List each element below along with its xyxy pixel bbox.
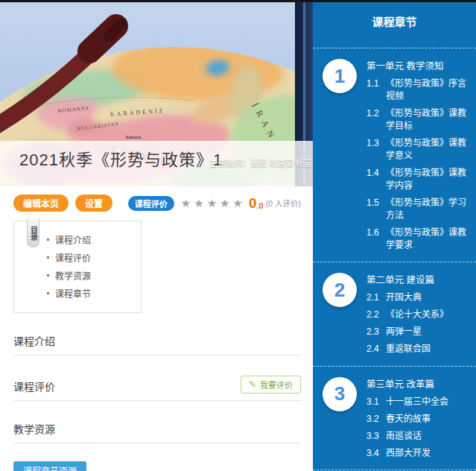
chapter-link[interactable]: 1.6《形势与政策》课教学要求 [366, 227, 467, 252]
unit-title[interactable]: 第一单元 教学须知 [366, 58, 467, 72]
toc-item-review[interactable]: 课程评价 [47, 251, 136, 264]
unit-block-1: 1 第一单元 教学须知 1.1《形势与政策》序言视频 1.2《形势与政策》课教学… [313, 58, 476, 252]
toc-box: 目录 课程介绍 课程评价 教学资源 课程章节 [13, 221, 142, 313]
unit-title[interactable]: 第二单元 建设篇 [366, 272, 467, 286]
chapter-resources-button[interactable]: 课程章节资源 [13, 461, 86, 471]
toc-item-resources[interactable]: 教学资源 [47, 269, 136, 282]
section-resources: 教学资源 [13, 421, 301, 443]
chapter-link[interactable]: 2.2《论十大关系》 [366, 309, 467, 321]
chapter-link[interactable]: 1.4《形势与政策》课教学内容 [366, 167, 467, 192]
section-review: 课程评价 ✎ 我要评价 [13, 376, 301, 401]
dashed-divider [313, 48, 476, 48]
rating-pill[interactable]: 课程评价 [128, 196, 174, 211]
unit-number-badge: 1 [323, 59, 357, 93]
chapter-link[interactable]: 1.3《形势与政策》课教学意义 [366, 137, 467, 162]
star-icon[interactable]: ★ [207, 197, 217, 209]
rating-count: (0 人评价) [266, 197, 301, 209]
intro-heading: 课程介绍 [13, 333, 301, 348]
star-icon[interactable]: ★ [181, 197, 191, 209]
pencil-icon: ✎ [249, 380, 256, 389]
section-intro: 课程介绍 [13, 333, 301, 355]
chapter-link[interactable]: 1.2《形势与政策》课教学目标 [366, 107, 467, 133]
chapter-link[interactable]: 3.4西部大开发 [366, 447, 467, 460]
unit-number-badge: 3 [323, 377, 357, 411]
main-pane: ROMANYA BULGARISTAN KARADENİZ Ankara TÜR… [0, 2, 313, 471]
chapter-link[interactable]: 3.3南巡谈话 [366, 430, 467, 443]
chapter-link[interactable]: 2.1开国大典 [366, 291, 467, 304]
star-icon[interactable]: ★ [220, 197, 229, 209]
toolbar: 编辑本页 设置 课程评价 ★ ★ ★ ★ ★ 0.0 (0 人评价) [0, 186, 313, 216]
course-rating: 课程评价 ★ ★ ★ ★ ★ 0.0 (0 人评价) [128, 196, 301, 211]
toc-item-chapters[interactable]: 课程章节 [47, 287, 136, 300]
dashed-divider [313, 262, 476, 262]
chapter-link[interactable]: 3.1十一届三中全会 [366, 396, 467, 408]
edit-page-button[interactable]: 编辑本页 [13, 195, 69, 212]
toc-ribbon: 目录 [27, 219, 39, 247]
unit-number-badge: 2 [323, 273, 357, 307]
course-title: 2021秋季《形势与政策》1 [19, 146, 223, 170]
toc-item-intro[interactable]: 课程介绍 [47, 233, 136, 246]
review-heading: 课程评价 [13, 379, 55, 393]
chapter-link[interactable]: 2.4重返联合国 [366, 343, 467, 355]
divider [13, 355, 301, 355]
star-icon[interactable]: ★ [194, 197, 203, 209]
chapters-sidebar: 课程章节 1 第一单元 教学须知 1.1《形势与政策》序言视频 1.2《形势与政… [313, 2, 476, 471]
star-icon[interactable]: ★ [233, 197, 243, 209]
course-page: ROMANYA BULGARISTAN KARADENİZ Ankara TÜR… [0, 0, 476, 471]
dashed-divider [313, 366, 476, 367]
rating-score: 0.0 [249, 196, 264, 210]
dashed-divider [313, 470, 476, 470]
map-label-ankara: Ankara [125, 134, 142, 139]
settings-button[interactable]: 设置 [75, 195, 112, 212]
divider [13, 443, 301, 443]
unit-block-2: 2 第二单元 建设篇 2.1开国大典 2.2《论十大关系》 2.3两弹一星 2.… [313, 272, 476, 355]
chapter-link[interactable]: 2.3两弹一星 [366, 326, 467, 338]
content-area: 课程介绍 课程评价 ✎ 我要评价 教学资源 课程章节资源 [0, 333, 313, 471]
chapter-link[interactable]: 1.1《形势与政策》序言视频 [366, 78, 467, 103]
unit-title[interactable]: 第三单元 改革篇 [366, 376, 467, 391]
course-teachers: 主讲教师：张霞 陈建菊 杨苗 [209, 157, 312, 168]
course-banner: ROMANYA BULGARISTAN KARADENİZ Ankara TÜR… [0, 2, 313, 186]
resources-heading: 教学资源 [13, 421, 301, 436]
unit-block-3: 3 第三单元 改革篇 3.1十一届三中全会 3.2春天的故事 3.3南巡谈话 3… [313, 376, 476, 460]
divider [13, 400, 301, 401]
write-review-button[interactable]: ✎ 我要评价 [241, 376, 301, 393]
chapter-link[interactable]: 1.5《形势与政策》学习方法 [366, 197, 467, 222]
chapter-link[interactable]: 3.2春天的故事 [366, 413, 467, 426]
sidebar-title: 课程章节 [313, 2, 476, 38]
